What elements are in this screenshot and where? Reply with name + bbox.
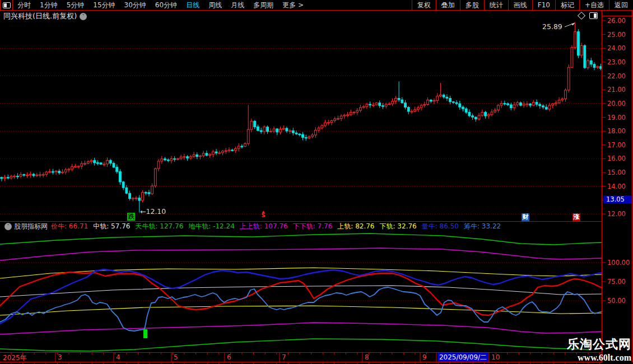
diamond-icon[interactable] [578, 12, 585, 20]
price-tick-22.00: 22.00 [607, 72, 632, 80]
date-label-4: 4 [116, 353, 120, 361]
indicator-tick-50.00: 50.00 [607, 297, 626, 305]
price-tick-19.00: 19.00 [607, 114, 632, 122]
price-highlight-badge: 13.05 [603, 195, 631, 203]
price-tick-18.00: 18.00 [607, 127, 632, 135]
price-tick-14.00: 14.00 [607, 183, 632, 190]
indicator-tick-100.00: 100.00 [607, 259, 630, 267]
price-tick-23.00: 23.00 [607, 58, 632, 66]
low-price-annotation: ←12.10 [140, 207, 166, 216]
indicator-field-量牛: 量牛: 86.50 [422, 222, 459, 231]
chart-canvas [0, 0, 633, 364]
stock-title: 同兴科技(日线.前复权) [3, 11, 77, 21]
chevron-down-icon[interactable]: ˅ [80, 13, 87, 20]
indicator-field-上上轨: 上上轨: 107.76 [240, 222, 288, 231]
sell-signal-marker: ▴S [260, 209, 267, 217]
indicator-source: 股朋指标网 [14, 222, 48, 231]
price-axis: 26.0025.0024.0023.0022.0021.0020.0019.00… [603, 0, 633, 364]
app-window: 分时1分钟5分钟15分钟30分钟60分钟日线周线月线多周期更多 > 复权叠加多股… [0, 0, 633, 364]
date-label-9: 9 [422, 353, 427, 361]
watermark: 乐淘公式网 www.60lt.com [567, 336, 631, 363]
signal-marker-财: 财 [522, 213, 529, 221]
indicator-tick-75.00: 75.00 [607, 278, 626, 286]
date-highlight-badge: 2025/09/09/二 [437, 353, 488, 362]
split-window-icon[interactable] [589, 12, 598, 19]
price-tick-20.00: 20.00 [607, 100, 632, 108]
indicator-chevron-icon[interactable]: ˅ [4, 223, 12, 230]
date-label-3: 3 [58, 353, 62, 361]
price-tick-12.00: 12.00 [607, 210, 632, 218]
watermark-url: www.60lt.com [567, 353, 631, 363]
price-tick-15.00: 15.00 [607, 169, 632, 176]
signal-marker-跌: 跌 [127, 213, 135, 221]
date-label-5: 5 [174, 353, 178, 361]
stock-title-row[interactable]: 同兴科技(日线.前复权) ˅ [3, 12, 87, 21]
date-label-2025年: 2025年 [3, 353, 27, 363]
date-label-8: 8 [365, 353, 369, 361]
date-label-6: 6 [227, 353, 231, 361]
indicator-field-筹牛: 筹牛: 33.22 [464, 222, 501, 231]
indicator-field-下下轨: 下下轨: 7.76 [293, 222, 333, 231]
high-price-annotation: 25.89 [542, 22, 562, 31]
price-tick-16.00: 16.00 [607, 155, 632, 162]
watermark-site-name: 乐淘公式网 [567, 336, 631, 353]
indicator-field-天牛轨: 天牛轨: 127.76 [135, 222, 183, 231]
date-label-10: 10 [491, 353, 500, 361]
price-tick-24.00: 24.00 [607, 44, 632, 52]
price-tick-21.00: 21.00 [607, 86, 632, 94]
indicator-field-下轨: 下轨: 32.76 [380, 222, 417, 231]
indicator-field-价牛: 价牛: 66.71 [51, 222, 88, 231]
price-tick-17.00: 17.00 [607, 141, 632, 149]
date-axis: 2025年3456789102025/09/09/二 [0, 353, 602, 362]
indicator-header: ˅ 股朋指标网 价牛: 66.71中轨: 57.76天牛轨: 127.76地牛轨… [2, 222, 506, 231]
price-tick-26.00: 26.00 [607, 17, 632, 25]
chart-corner-icons [579, 12, 598, 19]
price-tick-25.00: 25.00 [607, 31, 632, 39]
indicator-field-地牛轨: 地牛轨: -12.24 [188, 222, 235, 231]
signal-marker-涨: 涨 [573, 213, 580, 221]
indicator-field-中轨: 中轨: 57.76 [93, 222, 130, 231]
indicator-field-上轨: 上轨: 82.76 [337, 222, 374, 231]
date-label-7: 7 [282, 353, 286, 361]
